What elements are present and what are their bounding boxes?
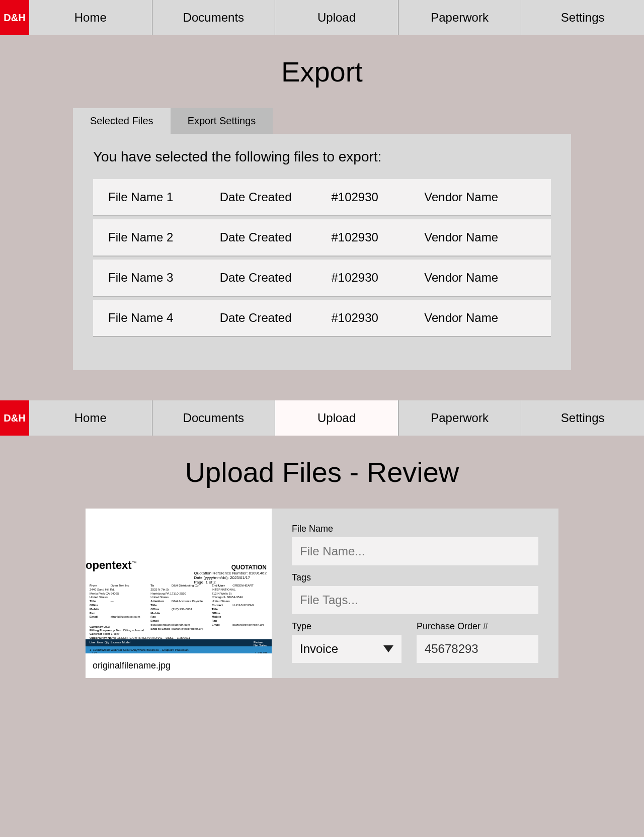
file-row[interactable]: File Name 2 Date Created #102930 Vendor … — [93, 219, 551, 257]
tags-label: Tags — [292, 572, 538, 583]
file-name: File Name 2 — [108, 230, 220, 244]
upload-panel: opentext™ QUOTATION Quotation Reference … — [86, 509, 558, 678]
file-date: Date Created — [220, 271, 332, 285]
chevron-down-icon — [383, 645, 393, 652]
file-name-label: File Name — [292, 524, 538, 534]
tags-input[interactable] — [292, 586, 538, 614]
file-row[interactable]: File Name 4 Date Created #102930 Vendor … — [93, 300, 551, 337]
top-nav: D&H Home Documents Upload Paperwork Sett… — [0, 0, 644, 35]
nav-home[interactable]: Home — [29, 0, 152, 35]
file-date: Date Created — [220, 230, 332, 244]
file-name: File Name 1 — [108, 190, 220, 204]
type-label: Type — [292, 621, 401, 632]
brand-logo: D&H — [0, 400, 29, 436]
file-number: #102930 — [331, 271, 424, 285]
export-panel-body: You have selected the following files to… — [73, 134, 571, 370]
nav-home[interactable]: Home — [29, 400, 152, 436]
nav-paperwork[interactable]: Paperwork — [398, 0, 522, 35]
brand-logo: D&H — [0, 0, 29, 35]
export-screen: D&H Home Documents Upload Paperwork Sett… — [0, 0, 644, 370]
nav-settings[interactable]: Settings — [521, 400, 644, 436]
export-intro-text: You have selected the following files to… — [93, 149, 551, 165]
file-number: #102930 — [331, 311, 424, 325]
file-vendor: Vendor Name — [424, 271, 536, 285]
file-name: File Name 3 — [108, 271, 220, 285]
tab-selected-files[interactable]: Selected Files — [73, 108, 171, 134]
nav-upload[interactable]: Upload — [275, 400, 398, 436]
doc-ref: Quotation Reference Number: 01091462 — [194, 571, 267, 575]
file-number: #102930 — [331, 230, 424, 244]
doc-heading: QUOTATION — [194, 564, 267, 571]
file-date: Date Created — [220, 311, 332, 325]
file-name: File Name 4 — [108, 311, 220, 325]
file-vendor: Vendor Name — [424, 311, 536, 325]
page-title: Export — [0, 35, 644, 108]
po-input[interactable] — [417, 635, 538, 663]
file-vendor: Vendor Name — [424, 190, 536, 204]
file-vendor: Vendor Name — [424, 230, 536, 244]
document-thumbnail[interactable]: opentext™ QUOTATION Quotation Reference … — [86, 509, 272, 653]
doc-header-block: QUOTATION Quotation Reference Number: 01… — [194, 564, 267, 584]
file-name-input[interactable] — [292, 537, 538, 565]
nav-paperwork[interactable]: Paperwork — [398, 400, 522, 436]
export-tabs: Selected Files Export Settings — [73, 108, 571, 134]
file-row[interactable]: File Name 3 Date Created #102930 Vendor … — [93, 260, 551, 297]
nav-documents[interactable]: Documents — [152, 400, 276, 436]
po-label: Purchase Order # — [417, 621, 538, 632]
top-nav: D&H Home Documents Upload Paperwork Sett… — [0, 400, 644, 436]
upload-form: File Name Tags Type Invoice Purchase Ord… — [272, 509, 558, 678]
upload-review-screen: D&H Home Documents Upload Paperwork Sett… — [0, 400, 644, 678]
nav-documents[interactable]: Documents — [152, 0, 276, 35]
nav-upload[interactable]: Upload — [275, 0, 398, 35]
file-number: #102930 — [331, 190, 424, 204]
tab-export-settings[interactable]: Export Settings — [171, 108, 273, 134]
doc-address-columns: From Open Text Inc 2440 Sand Hill Rd. Me… — [90, 584, 268, 631]
type-select-value: Invoice — [300, 642, 338, 656]
doc-date: Date (yyyy/mm/dd): 2023/01/17 — [194, 575, 267, 580]
document-preview: opentext™ QUOTATION Quotation Reference … — [86, 509, 272, 678]
type-select[interactable]: Invoice — [292, 635, 401, 663]
page-title: Upload Files - Review — [0, 436, 644, 509]
file-date: Date Created — [220, 190, 332, 204]
nav-settings[interactable]: Settings — [521, 0, 644, 35]
file-row[interactable]: File Name 1 Date Created #102930 Vendor … — [93, 179, 551, 216]
export-panel: Selected Files Export Settings You have … — [73, 108, 571, 370]
preview-filename: originalfilename.jpg — [86, 653, 272, 678]
